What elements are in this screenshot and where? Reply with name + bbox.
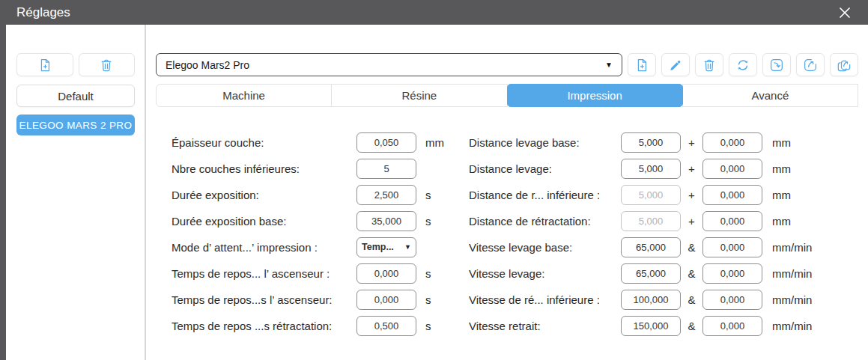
operator-label: & xyxy=(681,293,702,306)
input-value: 2,500 xyxy=(374,189,399,201)
operator-label: + xyxy=(681,136,702,149)
settings-dialog: Default ELEGOO MARS 2 PRO Elegoo Mars2 P… xyxy=(6,25,868,360)
unit-label: mm/min xyxy=(772,241,812,254)
unit-label: mm/min xyxy=(772,293,812,306)
operator-label: + xyxy=(681,215,702,228)
setting-row: Vitesse de ré... inférieure : 100,000 & … xyxy=(469,288,812,311)
operator-label: & xyxy=(681,241,702,254)
value-input-primary[interactable]: 5,000 xyxy=(621,132,681,153)
export-icon xyxy=(803,58,818,73)
setting-row: Durée exposition: 2,500 ▼ s xyxy=(172,183,450,206)
setting-label: Épaisseur couche: xyxy=(172,136,356,149)
input-value: 5,000 xyxy=(639,137,664,148)
value-input-primary[interactable]: 5,000 xyxy=(621,159,681,179)
add-profile-button[interactable] xyxy=(16,53,73,76)
unit-label: s xyxy=(425,293,431,306)
value-input-secondary[interactable]: 0,000 xyxy=(702,263,762,284)
unit-label: s xyxy=(425,215,431,228)
value-input-primary[interactable]: 65,000 xyxy=(621,263,681,284)
delete-profile-button[interactable] xyxy=(79,53,136,76)
value-input-secondary[interactable]: 0,000 xyxy=(702,237,762,257)
value-input[interactable]: 0,500 ▼ xyxy=(356,316,416,336)
setting-row: Temps de repos...s l’ ascenseur: 0,000 ▼… xyxy=(172,288,450,311)
value-input[interactable]: 0,000 ▼ xyxy=(356,290,416,310)
toolbar-button[interactable] xyxy=(796,53,825,76)
setting-row: Vitesse levage base: 65,000 & 0,000 mm/m… xyxy=(469,236,812,258)
value-input[interactable]: 35,000 ▼ xyxy=(356,211,416,231)
export-copy-icon xyxy=(837,58,852,73)
input-value: 0,000 xyxy=(374,294,399,305)
new-profile-icon xyxy=(37,58,52,73)
value-input[interactable]: Temp... ▼ xyxy=(356,237,416,257)
titlebar: Réglages xyxy=(0,0,868,25)
unit-label: mm xyxy=(772,162,791,175)
setting-row: Distance de rétractation: 5,000 + 0,000 … xyxy=(469,210,812,232)
setting-row: Vitesse retrait: 150,000 & 0,000 mm/min xyxy=(469,314,812,337)
setting-label: Vitesse retrait: xyxy=(469,320,621,332)
toolbar-button[interactable] xyxy=(830,53,858,76)
input-value: 0,000 xyxy=(720,242,745,253)
setting-label: Nbre couches inférieures: xyxy=(172,162,356,175)
input-value: 5 xyxy=(383,163,389,174)
form-column-left: Épaisseur couche: 0,050 ▼ mm Nbre couche… xyxy=(172,131,450,341)
value-input-primary[interactable]: 150,000 xyxy=(621,316,681,336)
value-input-primary[interactable]: 5,000 xyxy=(621,211,681,231)
unit-label: mm/min xyxy=(772,267,812,280)
setting-row: Temps de repos ...s rétractation: 0,500 … xyxy=(172,314,450,337)
machine-select[interactable]: Elegoo Mars2 Pro ▼ xyxy=(156,53,622,76)
input-value: 150,000 xyxy=(634,320,669,332)
value-input-secondary[interactable]: 0,000 xyxy=(702,316,762,336)
value-input-secondary[interactable]: 0,000 xyxy=(702,159,762,179)
value-input[interactable]: 2,500 ▼ xyxy=(356,185,416,205)
input-value: 0,000 xyxy=(720,320,745,332)
toolbar-button[interactable] xyxy=(729,53,757,76)
tab[interactable]: Machine xyxy=(156,84,332,107)
value-input[interactable]: 0,000 ▼ xyxy=(356,263,416,284)
unit-label: mm xyxy=(772,136,791,149)
value-input-secondary[interactable]: 0,000 xyxy=(702,132,762,153)
input-value: 5,000 xyxy=(639,216,664,227)
value-input[interactable]: 0,050 ▼ xyxy=(356,132,416,153)
unit-label: mm/min xyxy=(772,320,812,332)
profile-item-active[interactable]: ELEGOO MARS 2 PRO xyxy=(16,115,135,135)
profile-item-default[interactable]: Default xyxy=(16,85,135,107)
setting-label: Temps de repos...s l’ ascenseur: xyxy=(172,293,356,306)
toolbar-button[interactable] xyxy=(762,53,791,76)
import-icon xyxy=(769,58,784,73)
tab[interactable]: Résine xyxy=(331,84,507,107)
toolbar-button[interactable] xyxy=(628,53,656,76)
close-button[interactable] xyxy=(834,3,856,22)
unit-label: s xyxy=(425,320,431,332)
setting-row: Vitesse levage: 65,000 & 0,000 mm/min xyxy=(469,262,812,284)
input-value: 0,050 xyxy=(374,137,399,148)
unit-label: mm xyxy=(772,215,791,228)
value-input-primary[interactable]: 65,000 xyxy=(621,237,681,257)
settings-tabs: Machine Résine Impression Avancé xyxy=(156,84,858,107)
input-value: Temp... xyxy=(362,242,394,252)
tab[interactable]: Impression xyxy=(507,84,683,107)
setting-label: Distance de r... inférieure : xyxy=(469,189,621,201)
input-value: 0,000 xyxy=(720,268,745,279)
setting-row: Distance levage base: 5,000 + 0,000 mm xyxy=(469,131,812,153)
operator-label: + xyxy=(681,162,702,175)
input-value: 0,000 xyxy=(720,189,745,201)
unit-label: mm xyxy=(772,189,791,201)
value-input[interactable]: 5 ▼ xyxy=(356,159,416,179)
value-input-secondary[interactable]: 0,000 xyxy=(702,211,762,231)
input-value: 0,000 xyxy=(374,268,399,279)
setting-label: Mode d’ attent...’ impression : xyxy=(172,241,356,254)
operator-label: & xyxy=(681,267,702,280)
value-input-secondary[interactable]: 0,000 xyxy=(702,290,762,310)
tab[interactable]: Avancé xyxy=(682,84,858,107)
setting-row: Distance de r... inférieure : 5,000 + 0,… xyxy=(469,183,812,206)
setting-row: Durée exposition base: 35,000 ▼ s xyxy=(172,210,450,232)
toolbar-button[interactable] xyxy=(695,53,723,76)
toolbar-button[interactable] xyxy=(661,53,690,76)
edit-icon xyxy=(668,58,683,73)
value-input-primary[interactable]: 5,000 xyxy=(621,185,681,205)
value-input-secondary[interactable]: 0,000 xyxy=(702,185,762,205)
setting-label: Vitesse levage: xyxy=(469,267,621,280)
input-value: 5,000 xyxy=(639,163,664,174)
value-input-primary[interactable]: 100,000 xyxy=(621,290,681,310)
setting-label: Temps de repos ...s rétractation: xyxy=(172,320,356,332)
